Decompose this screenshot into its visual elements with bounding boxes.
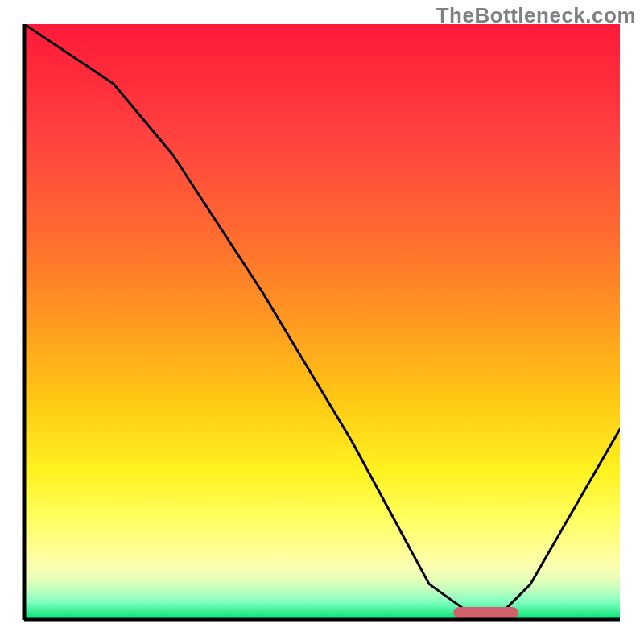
watermark-text: TheBottleneck.com bbox=[436, 3, 636, 28]
chart-frame: TheBottleneck.com bbox=[0, 0, 644, 644]
bottleneck-curve bbox=[24, 24, 620, 614]
chart-svg bbox=[0, 0, 644, 644]
curve-group bbox=[24, 24, 620, 614]
